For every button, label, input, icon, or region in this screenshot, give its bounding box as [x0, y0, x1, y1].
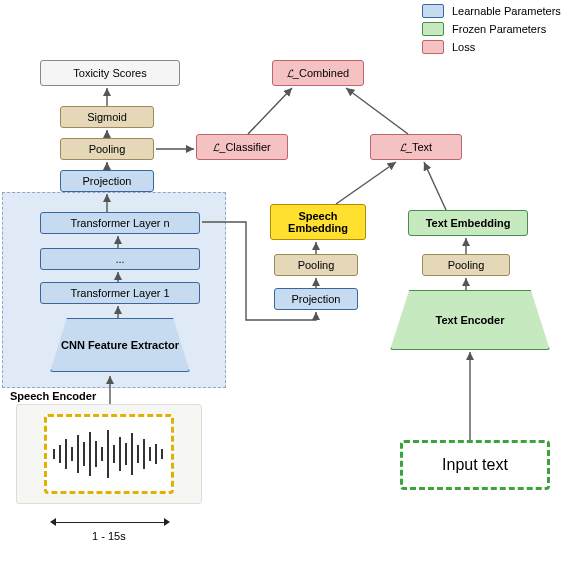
transformer-layer-1: Transformer Layer 1 — [40, 282, 200, 304]
legend: Learnable Parameters Frozen Parameters L… — [422, 4, 582, 58]
transformer-layer-n: Transformer Layer n — [40, 212, 200, 234]
legend-text: Learnable Parameters — [452, 5, 561, 17]
legend-text: Loss — [452, 41, 475, 53]
waveform-icon — [50, 427, 168, 481]
text-embedding: Text Embedding — [408, 210, 528, 236]
duration-arrow — [56, 522, 164, 523]
text-encoder: Text Encoder — [390, 290, 550, 350]
audio-input-card — [16, 404, 202, 504]
swatch-learnable — [422, 4, 444, 18]
legend-row-learnable: Learnable Parameters — [422, 4, 582, 18]
loss-classifier: 𝓛_Classifier — [196, 134, 288, 160]
input-text-label: Input text — [442, 456, 508, 474]
svg-line-30 — [336, 162, 396, 204]
svg-line-34 — [424, 162, 446, 210]
speech-encoder-label: Speech Encoder — [10, 390, 96, 402]
text-pooling: Pooling — [422, 254, 510, 276]
speech-emb-pooling: Pooling — [274, 254, 358, 276]
classifier-sigmoid: Sigmoid — [60, 106, 154, 128]
audio-waveform-placeholder — [44, 414, 174, 494]
loss-combined: 𝓛_Combined — [272, 60, 364, 86]
legend-text: Frozen Parameters — [452, 23, 546, 35]
svg-line-36 — [346, 88, 408, 134]
speech-embedding: Speech Embedding — [270, 204, 366, 240]
svg-line-35 — [248, 88, 292, 134]
duration-label: 1 - 15s — [92, 530, 126, 542]
classifier-projection: Projection — [60, 170, 154, 192]
swatch-frozen — [422, 22, 444, 36]
input-text-placeholder: Input text — [400, 440, 550, 490]
legend-row-frozen: Frozen Parameters — [422, 22, 582, 36]
speech-emb-projection: Projection — [274, 288, 358, 310]
transformer-layers-ellipsis: ... — [40, 248, 200, 270]
cnn-feature-extractor: CNN Feature Extractor — [50, 318, 190, 372]
toxicity-scores: Toxicity Scores — [40, 60, 180, 86]
legend-row-loss: Loss — [422, 40, 582, 54]
loss-text: 𝓛_Text — [370, 134, 462, 160]
swatch-loss — [422, 40, 444, 54]
classifier-pooling: Pooling — [60, 138, 154, 160]
